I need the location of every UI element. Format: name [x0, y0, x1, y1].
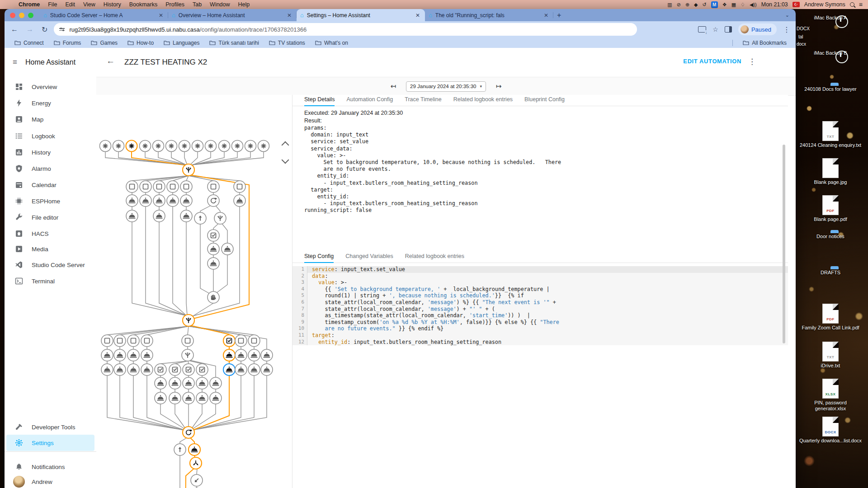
trace-node-square[interactable] — [167, 181, 179, 192]
trace-node-square[interactable] — [248, 335, 260, 347]
sidebar-item-history[interactable]: History — [5, 144, 96, 160]
spotlight-search-icon[interactable] — [850, 2, 854, 7]
trace-node-cloche[interactable] — [153, 195, 165, 206]
bookmark-folder[interactable]: How-to — [127, 40, 154, 46]
menubar-user[interactable]: Andrew Symons — [804, 1, 845, 8]
tab-related-logbook-entries[interactable]: Related logbook entries — [453, 95, 513, 106]
tab-trace-timeline[interactable]: Trace Timeline — [405, 95, 442, 106]
all-bookmarks[interactable]: All Bookmarks — [732, 40, 787, 46]
bookmark-folder[interactable]: Games — [91, 40, 118, 46]
trace-node-cloche[interactable] — [101, 364, 113, 375]
trace-node-trigger[interactable] — [219, 141, 230, 152]
browser-tab[interactable]: ⌂The old "Running_script: fals✕ — [425, 9, 553, 21]
trace-node-cloche[interactable] — [101, 349, 113, 361]
step-config-code[interactable]: 1service: input_text.set_value2data:3 va… — [292, 266, 788, 345]
input-language-icon[interactable]: ☪ — [793, 2, 800, 7]
trace-node-square[interactable] — [180, 181, 192, 192]
trace-node-cloche[interactable] — [140, 195, 151, 206]
trace-node-arrowup[interactable] — [174, 444, 186, 455]
desktop-icon-quarterly-downloa-list-docx[interactable]: DOCX Quarterly downloa...list.docx — [797, 417, 864, 444]
close-window-button[interactable] — [10, 13, 15, 18]
menu-window[interactable]: Window — [206, 1, 234, 8]
menu-chrome[interactable]: Chrome — [14, 1, 44, 8]
sidebar-item-file-editor[interactable]: File editor — [5, 209, 96, 225]
browser-tab[interactable]: ⌂Settings – Home Assistant✕ — [297, 9, 425, 21]
browser-tab[interactable]: ⌂Overview – Home Assistant✕ — [168, 9, 297, 21]
trace-node-trigger[interactable] — [140, 141, 151, 152]
bookmark-folder[interactable]: Languages — [164, 40, 199, 46]
trace-node-if[interactable] — [190, 457, 202, 469]
bookmark-folder[interactable]: Türk sanatı tarihi — [209, 40, 259, 46]
trace-node-cloche[interactable] — [169, 392, 181, 404]
trace-node-checkbox[interactable] — [169, 364, 181, 375]
bookmark-folder[interactable]: Connect — [14, 40, 44, 46]
close-tab-icon[interactable]: ✕ — [286, 12, 293, 19]
trace-node-square[interactable] — [140, 181, 151, 192]
desktop-icon-240108-docs-for-lawyer[interactable]: 240108 Docs for lawyer — [797, 85, 864, 92]
trace-node-cloche[interactable] — [183, 377, 194, 389]
trace-node-square[interactable] — [153, 181, 165, 192]
back-arrow-icon[interactable]: ← — [106, 56, 115, 66]
menu-history[interactable]: History — [99, 1, 125, 8]
trace-node-cloche[interactable] — [126, 195, 138, 206]
trace-node-cloche[interactable] — [114, 349, 126, 361]
browser-menu-icon[interactable]: ⋮ — [783, 25, 790, 34]
status-icon[interactable]: ◀)) — [750, 2, 757, 8]
desktop-icon-240124-cleaning-enquiry-txt[interactable]: TXT 240124 Cleaning enquiry.txt — [797, 121, 864, 148]
trace-node-cloche[interactable] — [127, 364, 139, 375]
sidebar-item-developer-tools[interactable]: Developer Tools — [5, 419, 96, 435]
reload-button[interactable]: ↻ — [42, 25, 47, 34]
edit-automation-button[interactable]: EDIT AUTOMATION — [683, 58, 741, 65]
sidebar-item-andrew[interactable]: Andrew — [5, 474, 96, 488]
tab-blueprint-config[interactable]: Blueprint Config — [524, 95, 565, 106]
menu-edit[interactable]: Edit — [61, 1, 79, 8]
trace-node-checkbox[interactable] — [196, 364, 208, 375]
trace-node-choose[interactable] — [214, 212, 226, 224]
address-bar[interactable]: rug2t95l3ua8gg8x19uzpqhzll5hwvd5.ui.nabu… — [54, 23, 637, 36]
trace-node-square[interactable] — [101, 335, 113, 347]
trace-node-cloche[interactable] — [167, 195, 179, 206]
trace-node-trigger[interactable] — [205, 141, 217, 152]
trace-node-trigger[interactable] — [232, 141, 243, 152]
trace-node-cloche[interactable] — [169, 377, 181, 389]
close-tab-icon[interactable]: ✕ — [542, 12, 550, 19]
trace-node-cloche[interactable] — [180, 195, 192, 206]
sidebar-item-media[interactable]: Media — [5, 241, 96, 257]
trace-node-cloche[interactable] — [235, 364, 247, 375]
minimize-window-button[interactable] — [19, 13, 24, 18]
trace-node-cloche[interactable] — [234, 195, 245, 206]
url-text[interactable]: rug2t95l3ua8gg8x19uzpqhzll5hwvd5.ui.nabu… — [69, 26, 307, 33]
trace-node-square[interactable] — [234, 181, 245, 192]
trace-node-trigger[interactable] — [166, 141, 177, 152]
new-tab-button[interactable]: + — [557, 11, 561, 19]
trace-node-arrowup[interactable] — [194, 212, 206, 224]
sidebar-menu-icon[interactable]: ≡ — [13, 58, 17, 67]
subtab-step-config[interactable]: Step Config — [304, 252, 334, 263]
trace-node-cloche[interactable] — [222, 243, 233, 255]
trace-node-cloche[interactable] — [153, 210, 165, 222]
bookmark-folder[interactable]: Forums — [54, 40, 81, 46]
trace-node-cloche[interactable] — [223, 349, 235, 361]
trace-node-trigger[interactable] — [100, 141, 111, 152]
trace-node-cloche[interactable] — [248, 349, 260, 361]
desktop-icon-imac-backup-b[interactable]: iMac Backup B — [797, 49, 864, 56]
trace-node-trigger[interactable] — [179, 141, 190, 152]
tab-automation-config[interactable]: Automation Config — [346, 95, 393, 106]
trace-node-cloche[interactable] — [155, 377, 166, 389]
sidebar-item-esphome[interactable]: ESPHome — [5, 193, 96, 209]
close-tab-icon[interactable]: ✕ — [157, 12, 165, 19]
subtab-related-logbook-entries[interactable]: Related logbook entries — [405, 252, 464, 263]
bookmark-folder[interactable]: TV stations — [269, 40, 305, 46]
menu-profiles[interactable]: Profiles — [161, 1, 189, 8]
status-icon[interactable]: ▥ — [667, 2, 672, 8]
trace-node-checkbox[interactable] — [223, 335, 235, 347]
menu-file[interactable]: File — [44, 1, 61, 8]
malwarebytes-icon[interactable]: M — [711, 1, 718, 8]
install-app-icon[interactable] — [698, 26, 706, 33]
trace-node-square[interactable] — [235, 335, 247, 347]
trace-node-cloche[interactable] — [196, 377, 208, 389]
status-icon[interactable]: ◆ — [694, 2, 698, 8]
trace-node-hand[interactable] — [208, 291, 219, 303]
trace-node-trigger[interactable] — [153, 141, 164, 152]
status-icon[interactable]: ↺ — [703, 2, 707, 8]
